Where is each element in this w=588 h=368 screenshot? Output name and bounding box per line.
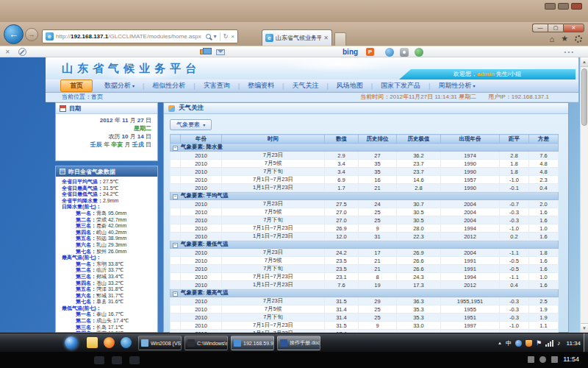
window-maximize-button[interactable]: ▢ <box>548 24 563 32</box>
taskbar-clock[interactable]: 11:34 <box>567 340 581 347</box>
table-cell: 26.6 <box>397 257 441 265</box>
hidden-icons-chevron[interactable]: ▲ <box>498 341 502 345</box>
explorer-icon[interactable] <box>87 337 98 348</box>
nav-tab-4[interactable]: 灾害查询 <box>196 81 238 91</box>
volume-icon[interactable]: ♪ <box>557 340 561 347</box>
tray-app-icon[interactable] <box>515 340 522 347</box>
action-center-flag-icon[interactable]: ⚑ <box>536 340 542 347</box>
table-cell: 1.8 <box>500 168 529 176</box>
show-desktop-button[interactable] <box>584 333 588 353</box>
scroll-up-icon[interactable]: ▲ <box>581 57 588 67</box>
nav-tab-2[interactable]: 数据分析▾ <box>96 81 143 91</box>
table-row[interactable]: 20107月23日31.52936.31955,1951-0.32.5 <box>171 297 559 305</box>
nav-tab-8[interactable]: 国家下发产品 <box>373 81 429 91</box>
nav-tab-3[interactable]: 相似性分析 <box>144 81 193 91</box>
tools-gear-icon[interactable] <box>575 35 582 43</box>
nav-tab-9[interactable]: 周期性分析▾ <box>430 81 483 91</box>
collapse-icon[interactable]: − <box>173 146 178 151</box>
toolbar-more-icon[interactable]: ••• <box>564 49 575 55</box>
table-row[interactable]: 20107月下旬3.43523.719901.84.8 <box>171 168 559 176</box>
browser-back-button[interactable]: ← <box>4 24 24 44</box>
table-group-row[interactable]: −气象要素: 降水量 <box>171 144 559 152</box>
table-row[interactable]: 20107月5候31.42535.31955-0.31.9 <box>171 305 559 314</box>
nav-tab-5[interactable]: 整编资料 <box>240 81 282 91</box>
table-cell: 30.7 <box>397 200 441 208</box>
table-cell: 2.5 <box>529 297 559 305</box>
window-close-button[interactable]: ✕ <box>563 24 584 32</box>
nav-tab-7[interactable]: 风场地图 <box>329 81 371 91</box>
window-minimize-button[interactable]: — <box>532 24 548 32</box>
element-filter-button[interactable]: 气象要素 ▾ <box>170 119 212 130</box>
host-tray-icon-2[interactable] <box>539 356 546 363</box>
table-group-row[interactable]: −气象要素: 最低气温 <box>171 241 559 249</box>
blocked-icon[interactable] <box>18 48 26 56</box>
cards-icon[interactable] <box>200 49 207 54</box>
bing-badge-icon[interactable]: P <box>366 48 374 56</box>
page-scrollbar[interactable]: ▲ ▼ <box>580 57 588 333</box>
data-icon <box>60 169 65 174</box>
new-tab-button[interactable] <box>334 32 346 46</box>
collapse-icon[interactable]: − <box>173 291 178 297</box>
table-row[interactable]: 20107月1日~7月23日31.5933.01997-1.01.1 <box>171 322 559 330</box>
mail-icon[interactable] <box>216 49 225 55</box>
table-row[interactable]: 20101月1日~7月23日1.7212.81990-0.10.4 <box>171 184 559 192</box>
outer-minimize-button[interactable] <box>545 3 556 10</box>
bing-logo[interactable]: bing <box>343 48 358 56</box>
address-bar[interactable]: e http://192.168.137.1/GLCCLIMATE/module… <box>42 29 238 43</box>
stop-icon[interactable]: × <box>231 33 234 40</box>
taskbar-button-1[interactable]: Win2008 (VS2... <box>138 336 182 350</box>
host-clock: 11:54 <box>563 355 579 363</box>
table-row[interactable]: 20107月23日27.52430.72004-0.72.0 <box>171 200 559 208</box>
scroll-down-icon[interactable]: ▼ <box>581 323 588 333</box>
collapse-icon[interactable]: − <box>173 243 178 248</box>
camera-icon[interactable] <box>400 48 409 57</box>
outer-close-button[interactable] <box>571 3 582 10</box>
network-icon[interactable] <box>545 340 553 347</box>
table-row[interactable]: 20107月5候23.52126.61991-0.51.6 <box>171 257 559 265</box>
globe-icon[interactable] <box>415 48 423 57</box>
favorites-star-icon[interactable]: ★ <box>561 34 568 43</box>
toolbar-close-icon[interactable]: ✕ <box>5 49 10 55</box>
table-group-row[interactable]: −气象要素: 最高气温 <box>171 289 559 297</box>
nav-tab-1[interactable]: 首页 <box>60 79 93 92</box>
table-row[interactable]: 20107月23日24.21726.92004-1.11.8 <box>171 249 559 257</box>
table-row[interactable]: 20107月下旬27.02530.52004-0.31.6 <box>171 216 559 224</box>
table-row[interactable]: 20101月1日~7月23日12.03122.320120.21.6 <box>171 233 559 241</box>
host-tray-icon-1[interactable] <box>528 356 534 363</box>
taskbar-button-3[interactable]: 192.168.59.99... <box>231 336 274 350</box>
table-row[interactable]: 20101月1日~7月23日7.61917.320120.41.6 <box>171 281 559 289</box>
table-cell: 14.6 <box>397 176 441 184</box>
scrollbar-thumb[interactable] <box>581 68 587 126</box>
table-row[interactable]: 20107月5候3.43523.719901.84.8 <box>171 160 559 168</box>
table-group-row[interactable]: −气象要素: 平均气温 <box>171 192 559 200</box>
table-row[interactable]: 20107月下旬31.42535.31951-0.31.9 <box>171 314 559 322</box>
refresh-icon[interactable]: ↻ <box>223 33 229 40</box>
host-tray-icon-3[interactable] <box>551 356 558 363</box>
table-row[interactable]: 20107月23日2.92736.219742.87.6 <box>171 152 559 160</box>
screen: — ▢ ✕ ← → e http://192.168.137.1/GLCCLIM… <box>0 0 588 368</box>
browser-tab[interactable]: e 山东省气候业务平... ✕ <box>262 29 332 46</box>
browser-forward-button[interactable]: → <box>25 28 38 41</box>
messenger-icon[interactable] <box>385 48 394 57</box>
language-indicator[interactable]: 中 <box>506 339 512 347</box>
tab-close-icon[interactable]: ✕ <box>323 35 329 41</box>
collapse-icon[interactable]: − <box>173 194 178 199</box>
outer-maximize-button[interactable] <box>558 3 569 10</box>
table-cell: -0.5 <box>500 257 529 265</box>
table-row[interactable]: 20107月下旬23.52126.61991-0.51.6 <box>171 265 559 273</box>
taskbar-button-4[interactable]: 操作手册.docx ... <box>277 336 320 350</box>
table-row[interactable]: 20107月1日~7月23日23.1824.31994-1.11.0 <box>171 273 559 281</box>
table-row[interactable]: 20107月1日~7月23日26.9928.01994-1.01.0 <box>171 224 559 233</box>
taskbar-button-2[interactable]: C:\Windows\s... <box>184 336 228 350</box>
browser-quicklaunch-icon[interactable] <box>121 337 132 348</box>
search-dropdown-icon[interactable]: ▾ <box>214 33 217 40</box>
start-button[interactable] <box>65 336 78 350</box>
table-row[interactable]: 20107月1日~7月23日6.91614.61957-1.02.3 <box>171 176 559 184</box>
search-icon[interactable] <box>206 34 211 39</box>
nav-tab-6[interactable]: 天气关注 <box>284 81 326 91</box>
home-icon[interactable]: ⌂ <box>549 35 554 43</box>
media-player-icon[interactable] <box>104 337 115 348</box>
tab-title: 山东省气候业务平... <box>276 34 321 42</box>
table-row[interactable]: 20107月5候27.02530.52004-0.31.6 <box>171 208 559 216</box>
security-shield-icon[interactable] <box>526 340 532 347</box>
